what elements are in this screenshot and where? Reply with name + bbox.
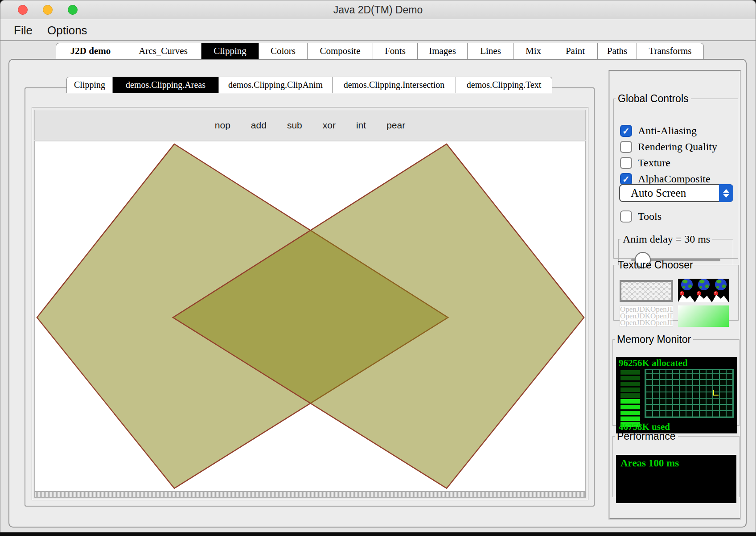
app-window: Java 2D(TM) Demo File Options J2D demo A…	[0, 0, 756, 532]
menu-options[interactable]: Options	[47, 24, 87, 37]
anti-aliasing-row: ✓ Anti-Aliasing	[620, 124, 697, 137]
anim-delay-title: Anim delay = 30 ms	[620, 233, 712, 245]
clipping-sub-tab-bar: Clipping demos.Clipping.Areas demos.Clip…	[66, 77, 552, 93]
areas-demo-canvas	[34, 141, 586, 491]
demo-surface: nop add sub xor int pear	[32, 107, 588, 500]
areas-toolbar: nop add sub xor int pear	[34, 110, 586, 140]
tools-checkbox[interactable]: ✓	[620, 210, 632, 223]
tab-fonts[interactable]: Fonts	[373, 43, 418, 59]
rendering-quality-row: ✓ Rendering Quality	[620, 140, 717, 153]
global-controls-group: Global Controls ✓ Anti-Aliasing ✓ Render…	[613, 93, 738, 259]
xor-button[interactable]: xor	[320, 118, 338, 132]
rendering-quality-checkbox[interactable]: ✓	[620, 141, 632, 153]
subtab-clipping[interactable]: Clipping	[66, 77, 113, 93]
memory-trace-mark	[713, 390, 719, 396]
tab-clipping[interactable]: Clipping	[201, 43, 259, 59]
subtab-clipanim[interactable]: demos.Clipping.ClipAnim	[219, 77, 333, 93]
texture-checkbox[interactable]: ✓	[620, 157, 632, 169]
performance-display: Areas 100 ms	[616, 455, 736, 503]
pear-button[interactable]: pear	[384, 118, 408, 132]
rendering-quality-label: Rendering Quality	[638, 141, 717, 153]
window-title: Java 2D(TM) Demo	[0, 4, 756, 16]
tools-row: ✓ Tools	[620, 210, 662, 223]
int-button[interactable]: int	[353, 118, 369, 132]
chevron-up-down-icon	[719, 184, 733, 202]
texture-swatch-earth[interactable]	[678, 279, 729, 302]
tab-mix[interactable]: Mix	[514, 43, 553, 59]
tab-images[interactable]: Images	[418, 43, 468, 59]
performance-title: Performance	[615, 430, 678, 442]
tab-paths[interactable]: Paths	[598, 43, 637, 59]
alpha-composite-checkbox[interactable]: ✓	[620, 173, 632, 185]
tab-paint[interactable]: Paint	[553, 43, 598, 59]
nop-button[interactable]: nop	[212, 118, 233, 132]
check-icon: ✓	[622, 126, 630, 136]
sub-button[interactable]: sub	[284, 118, 305, 132]
anti-aliasing-label: Anti-Aliasing	[638, 125, 697, 137]
performance-entry: Areas 100 ms	[620, 458, 679, 469]
memory-monitor-title: Memory Monitor	[615, 334, 693, 346]
subtab-intersection[interactable]: demos.Clipping.Intersection	[333, 77, 456, 93]
tools-label: Tools	[638, 210, 662, 223]
anti-aliasing-checkbox[interactable]: ✓	[620, 125, 632, 137]
alpha-composite-row: ✓ AlphaComposite	[620, 173, 711, 185]
memory-monitor-group: Memory Monitor 96256K allocated 46758K u…	[612, 334, 740, 426]
texture-row: ✓ Texture	[620, 157, 670, 169]
tab-colors[interactable]: Colors	[259, 43, 308, 59]
composite-select-value: Auto Screen	[631, 187, 686, 199]
overlapping-diamonds-figure	[35, 141, 585, 491]
controls-sidebar: Global Controls ✓ Anti-Aliasing ✓ Render…	[609, 70, 741, 519]
tab-j2d-demo[interactable]: J2D demo	[56, 43, 125, 59]
tab-lines[interactable]: Lines	[468, 43, 514, 59]
texture-label: Texture	[638, 157, 670, 169]
earth-tiles-image	[678, 279, 729, 302]
composite-select[interactable]: Auto Screen	[619, 184, 733, 202]
memory-monitor-display: 96256K allocated 46758K used	[616, 357, 737, 433]
memory-usage-bars	[620, 370, 640, 428]
memory-allocated-label: 96256K allocated	[619, 358, 688, 369]
tab-transforms[interactable]: Transforms	[637, 43, 704, 59]
menu-bar: File Options	[0, 19, 756, 41]
memory-history-grid	[645, 369, 734, 418]
tab-arcs-curves[interactable]: Arcs_Curves	[125, 43, 201, 59]
subtab-text[interactable]: demos.Clipping.Text	[456, 77, 552, 93]
demo-panel: nop add sub xor int pear	[25, 87, 595, 507]
add-button[interactable]: add	[248, 118, 269, 132]
texture-chooser-title: Texture Chooser	[616, 259, 695, 271]
menu-file[interactable]: File	[14, 24, 33, 37]
performance-group: Performance Areas 100 ms	[612, 430, 740, 497]
openjdk-tile-line: OpenJDKOpenJDKOpenJDK	[620, 319, 673, 326]
texture-swatch-openjdk[interactable]: OpenJDKOpenJDKOpenJDK OpenJDKOpenJDKOpen…	[620, 305, 673, 327]
subtab-areas[interactable]: demos.Clipping.Areas	[113, 77, 219, 93]
texture-swatch-gradient[interactable]	[678, 305, 729, 327]
title-bar: Java 2D(TM) Demo	[0, 0, 756, 19]
texture-chooser-group: Texture Chooser	[613, 259, 739, 321]
texture-swatch-dots[interactable]	[620, 280, 673, 302]
alpha-composite-label: AlphaComposite	[638, 173, 711, 185]
global-controls-title: Global Controls	[616, 93, 691, 105]
main-tab-bar: J2D demo Arcs_Curves Clipping Colors Com…	[56, 43, 704, 59]
screen-bottom-edge	[0, 532, 756, 536]
tab-composite[interactable]: Composite	[308, 43, 373, 59]
check-icon: ✓	[622, 174, 630, 184]
horizontal-scrollbar[interactable]	[34, 491, 586, 498]
